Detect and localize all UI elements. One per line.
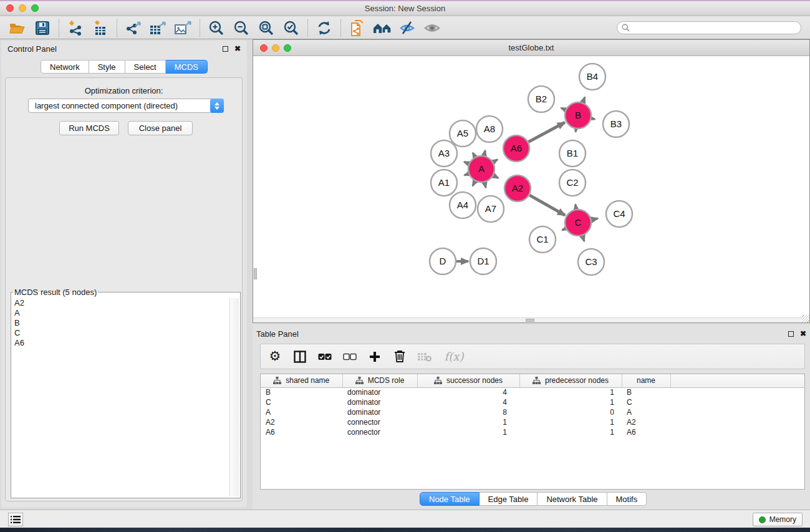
edge-B-B3[interactable] xyxy=(591,118,594,119)
edge-A-A3[interactable] xyxy=(464,162,468,163)
edge-A-A2[interactable] xyxy=(493,175,498,178)
tab-network[interactable]: Network xyxy=(41,60,89,74)
graph-node-A7[interactable]: A7 xyxy=(478,196,504,222)
graph-node-C4[interactable]: C4 xyxy=(606,201,632,227)
run-mcds-button[interactable]: Run MCDS xyxy=(59,121,119,135)
network-zoom-button[interactable] xyxy=(284,44,291,52)
destroy-table-icon[interactable] xyxy=(417,349,433,365)
deselect-all-rows-icon[interactable] xyxy=(342,349,358,365)
show-details-icon[interactable] xyxy=(420,19,445,37)
table-row[interactable]: Cdominator41C xyxy=(261,397,805,407)
delete-column-icon[interactable] xyxy=(392,349,408,365)
result-scrollbar[interactable] xyxy=(229,298,239,496)
graph-node-D[interactable]: D xyxy=(430,248,456,274)
zoom-selected-icon[interactable] xyxy=(279,19,304,37)
tab-motifs[interactable]: Motifs xyxy=(607,492,647,506)
float-panel-icon[interactable] xyxy=(223,46,228,52)
edge-A-A6[interactable] xyxy=(493,160,498,162)
edge-B-B4[interactable] xyxy=(583,97,585,103)
edge-A-A7[interactable] xyxy=(485,182,486,188)
zoom-out-icon[interactable] xyxy=(229,19,254,37)
export-table-icon[interactable] xyxy=(146,19,171,37)
network-minimize-button[interactable] xyxy=(272,44,279,52)
tab-style[interactable]: Style xyxy=(89,60,125,74)
add-column-icon[interactable] xyxy=(367,349,383,365)
graph-node-C2[interactable]: C2 xyxy=(559,170,586,196)
column-visibility-icon[interactable] xyxy=(292,349,308,365)
export-image-icon[interactable] xyxy=(171,19,196,37)
edge-C-C4[interactable] xyxy=(592,218,598,220)
edge-A-A5[interactable] xyxy=(473,153,475,157)
table-settings-gear-icon[interactable]: ⚙ xyxy=(267,349,283,365)
edge-C-C1[interactable] xyxy=(562,228,566,230)
table-row[interactable]: Bdominator41B xyxy=(261,387,805,397)
graph-node-C3[interactable]: C3 xyxy=(578,249,604,275)
mcds-result-list[interactable]: A2ABCA6 xyxy=(12,298,24,348)
edge-A-A1[interactable] xyxy=(465,174,468,175)
tab-edge-table[interactable]: Edge Table xyxy=(480,492,538,506)
edge-A-A4[interactable] xyxy=(473,181,475,186)
zoom-window-button[interactable] xyxy=(31,4,39,12)
network-vertical-scrollbar[interactable] xyxy=(253,56,258,318)
tab-network-table[interactable]: Network Table xyxy=(538,492,607,506)
open-session-icon[interactable] xyxy=(5,19,30,37)
edge-A2-C[interactable] xyxy=(529,195,565,215)
refresh-view-icon[interactable] xyxy=(312,19,337,37)
edge-B-B1[interactable] xyxy=(576,129,576,132)
graph-node-A5[interactable]: A5 xyxy=(450,120,476,147)
tab-node-table[interactable]: Node Table xyxy=(420,492,480,506)
column-header-shared-name[interactable]: shared name xyxy=(261,374,342,387)
float-table-panel-icon[interactable] xyxy=(788,331,794,337)
graph-node-B[interactable]: B xyxy=(565,102,591,128)
tab-mcds[interactable]: MCDS xyxy=(166,60,208,74)
network-horizontal-scrollbar[interactable] xyxy=(253,317,809,322)
close-panel-button[interactable]: Close panel xyxy=(128,121,193,135)
search-input[interactable] xyxy=(617,21,801,34)
zoom-in-icon[interactable] xyxy=(204,19,229,37)
home-networks-icon[interactable] xyxy=(370,19,395,37)
save-session-icon[interactable] xyxy=(30,19,55,37)
task-history-button[interactable] xyxy=(8,513,23,526)
column-header-name[interactable]: name xyxy=(622,374,670,387)
import-table-icon[interactable] xyxy=(88,19,113,37)
edge-A6-B[interactable] xyxy=(528,122,564,142)
close-window-button[interactable] xyxy=(6,4,14,12)
graph-node-A4[interactable]: A4 xyxy=(450,192,476,218)
network-canvas[interactable]: B4B2BB3A5A8A6A3B1AA1C2A2A4A7CC4C1C3DD1 xyxy=(253,56,809,318)
function-builder-icon[interactable]: f(x) xyxy=(441,349,466,365)
graph-node-A3[interactable]: A3 xyxy=(431,140,457,167)
edge-A-A8[interactable] xyxy=(484,150,485,155)
graph-node-A6[interactable]: A6 xyxy=(503,135,529,162)
graph-node-A[interactable]: A xyxy=(468,156,494,182)
memory-button[interactable]: Memory xyxy=(753,513,803,526)
column-header-successor-nodes[interactable]: successor nodes xyxy=(417,374,519,387)
column-header-predecessor-nodes[interactable]: predecessor nodes xyxy=(519,374,622,387)
edge-C-C3[interactable] xyxy=(582,236,584,241)
minimize-window-button[interactable] xyxy=(19,4,26,12)
graph-node-A8[interactable]: A8 xyxy=(476,116,503,142)
export-network-icon[interactable] xyxy=(121,19,146,37)
graph-node-C[interactable]: C xyxy=(565,210,591,236)
close-panel-icon[interactable]: ✖ xyxy=(234,45,241,52)
graph-node-B1[interactable]: B1 xyxy=(559,140,586,167)
table-row[interactable]: A2connector11A2 xyxy=(261,417,805,427)
network-close-button[interactable] xyxy=(260,44,268,52)
table-row[interactable]: A6connector11A6 xyxy=(261,427,805,437)
edge-C-C2[interactable] xyxy=(576,205,576,210)
tab-select[interactable]: Select xyxy=(125,60,166,74)
optimization-criterion-dropdown[interactable]: largest connected component (directed) xyxy=(28,99,224,113)
graph-node-D1[interactable]: D1 xyxy=(470,248,496,274)
hide-details-icon[interactable] xyxy=(395,19,420,37)
graph-node-A2[interactable]: A2 xyxy=(504,175,531,201)
graph-node-B3[interactable]: B3 xyxy=(603,111,629,137)
graph-node-C1[interactable]: C1 xyxy=(529,226,556,253)
column-header-MCDS-role[interactable]: MCDS role xyxy=(342,374,417,387)
graph-node-A1[interactable]: A1 xyxy=(431,170,457,196)
zoom-fit-icon[interactable] xyxy=(254,19,279,37)
select-all-rows-icon[interactable] xyxy=(317,349,333,365)
close-table-panel-icon[interactable]: ✖ xyxy=(800,330,806,337)
window-resize-grip[interactable] xyxy=(802,315,809,322)
clone-network-icon[interactable] xyxy=(345,19,370,37)
import-network-icon[interactable] xyxy=(63,19,88,37)
graph-node-B2[interactable]: B2 xyxy=(528,86,554,112)
